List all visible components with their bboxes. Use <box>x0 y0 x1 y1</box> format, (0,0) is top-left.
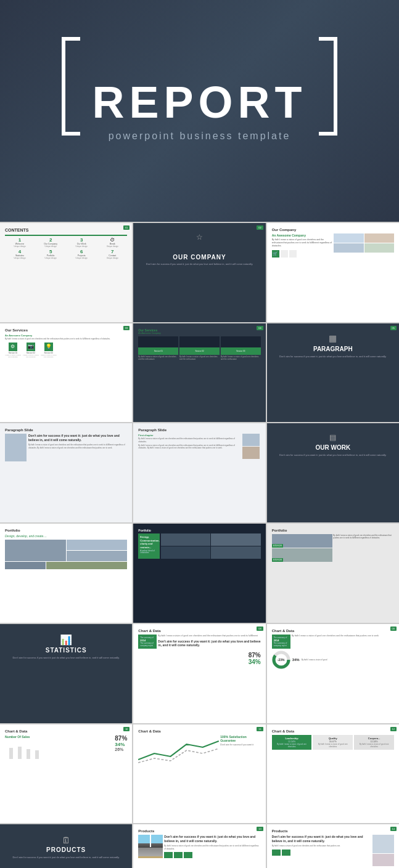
our-work-subtitle: Don't aim for success if you want it: ju… <box>272 453 394 457</box>
slide-products-light-1: 13 Products Don't aim for success if you… <box>133 824 265 868</box>
slide-services-light: 03 Our Services An Awesome Company By fa… <box>0 323 132 423</box>
products-dark-subtitle: Don't aim for success if you want it: ju… <box>5 856 127 859</box>
contents-title: CONTENTS <box>5 228 127 232</box>
contents-item-5: 4 Statistics Unique design <box>5 249 35 259</box>
slide-badge: 10 <box>123 727 130 731</box>
slide-chart-data-2: 09 Chart & Data The summary of 2014 The … <box>267 624 399 723</box>
portfolio-light-tagline: Design, develop, and create.... <box>5 534 127 538</box>
slide-chart-leadership-content: 12 Chart & Data Leadership 12-34% By fai… <box>267 724 399 824</box>
slide-products-dark-content: 🗓 PRODUCTS Don't aim for success if you … <box>0 824 132 868</box>
star-icon: ☆ <box>138 233 260 241</box>
slide-our-company-dark-content: 02 ☆ OUR COMPANY Don't aim for success i… <box>133 223 265 322</box>
products-light-1-quote: Don't aim for success if you want it: ju… <box>164 835 260 843</box>
bracket-left-icon <box>62 37 80 136</box>
slide-products-dark: 🗓 PRODUCTS Don't aim for success if you … <box>0 824 132 868</box>
slide-chart-data-1-content: 08 Chart & Data The summary of 2014 The … <box>133 624 265 723</box>
slide-badge: 03 <box>123 326 130 330</box>
slide-chart-data-2-content: 09 Chart & Data The summary of 2014 The … <box>267 624 399 723</box>
chart-guarantee: 100% Satisfaction Guarantee <box>220 735 260 743</box>
slide-badge: 01 <box>123 225 130 230</box>
slide-contents: 01 CONTENTS 1 Welcome Unique design 2 Ou… <box>0 223 132 322</box>
slide-chart-leadership: 12 Chart & Data Leadership 12-34% By fai… <box>267 724 399 824</box>
slide-chart-line: 11 Chart & Data 100% Satisfaction Guaran… <box>133 724 265 824</box>
products-dark-label: PRODUCTS <box>5 846 127 853</box>
our-company-title: OUR COMPANY <box>138 254 260 261</box>
slide-badge: 13 <box>257 827 263 831</box>
hero-subtitle: powerpoint business template <box>109 131 291 142</box>
slide-our-company-light: Our Company An Awesome Company By faith … <box>267 223 399 322</box>
paragraph-chapter: First chapter <box>138 434 240 437</box>
paragraph-light-1-label: Paragraph Slide <box>5 428 127 432</box>
slide-badge: 04 <box>257 326 263 330</box>
slide-paragraph-light-2: Paragraph Slide First chapter By faith I… <box>133 423 265 522</box>
contents-item-4: ⏱ Break Unique design <box>97 237 127 248</box>
services-light-label: Our Services <box>5 328 127 332</box>
slide-products-light-2: 14 Products Don't aim for success if you… <box>267 824 399 868</box>
contents-item-6: 5 Portfolio Unique design <box>36 249 65 259</box>
slide-portfolio-dark-content: Portfolio INTERIOR INTERIOR By faith I m… <box>267 524 399 623</box>
paragraph-quote-1: Don't aim for success if you want it: ju… <box>28 434 127 442</box>
products-light-2-label: Products <box>272 829 394 833</box>
chart-data-2-label: Chart & Data <box>272 629 394 633</box>
slide-portfolio-green: Portfolio Energy, Communication, clarity… <box>133 524 265 623</box>
statistics-label: STATISTICS <box>5 647 127 654</box>
products-light-2-quote: Don't aim for success if you want it: ju… <box>272 835 371 843</box>
slide-badge: 09 <box>390 627 397 631</box>
portfolio-green-tagline: Energy, Communication, clarity and restr… <box>140 535 158 549</box>
contents-item-7: 6 Projects Unique design <box>67 249 96 259</box>
bracket-right-icon <box>319 37 337 136</box>
our-company-subtitle: Don't aim for success if you want it; ju… <box>138 262 260 266</box>
our-company-light-text: By faith I mean a vision of good one che… <box>272 238 332 248</box>
slide-our-company-light-content: Our Company An Awesome Company By faith … <box>267 223 399 322</box>
paragraph-dark-subtitle: Don't aim for success if you want it; ju… <box>272 355 394 359</box>
slide-paragraph-light-2-content: Paragraph Slide First chapter By faith I… <box>133 423 265 522</box>
our-company-light-label: Our Company <box>272 228 394 232</box>
slide-chart-line-content: 11 Chart & Data 100% Satisfaction Guaran… <box>133 724 265 824</box>
contents-item-3: 3 Our Work Unique design <box>67 237 96 248</box>
slide-grid: 01 CONTENTS 1 Welcome Unique design 2 Ou… <box>0 222 399 868</box>
our-work-label: OUR WORK <box>272 444 394 451</box>
slide-products-light-2-content: 14 Products Don't aim for success if you… <box>267 824 399 868</box>
chart-sales-title: Number Of Sales <box>5 735 112 739</box>
slide-badge: 08 <box>257 627 263 631</box>
hero-section: REPORT powerpoint business template <box>0 0 399 222</box>
slide-badge: 11 <box>257 727 263 731</box>
chart-summary-1: The summary of company report <box>140 642 155 647</box>
slide-portfolio-light: Portfolio Design, develop, and create...… <box>0 524 132 623</box>
slide-badge: 14 <box>390 827 397 831</box>
portfolio-light-label: Portfolio <box>5 529 127 532</box>
slide-our-work-dark: ▤ OUR WORK Don't aim for success if you … <box>267 423 399 522</box>
chart-stat2-2: 34% <box>292 658 300 662</box>
slide-paragraph-dark-content: 05 ▦ PARAGRAPH Don't aim for success if … <box>267 323 399 423</box>
slide-portfolio-dark: Portfolio INTERIOR INTERIOR By faith I m… <box>267 524 399 623</box>
portfolio-green-label: Portfolio <box>138 529 260 532</box>
slide-products-light-1-content: 13 Products Don't aim for success if you… <box>133 824 265 868</box>
paragraph-light-2-label: Paragraph Slide <box>138 428 260 432</box>
statistics-subtitle: Don't aim for success if you want it: ju… <box>5 656 127 660</box>
chart-stat-2: -23% <box>278 658 285 662</box>
chart-leadership-label: Chart & Data <box>272 729 394 733</box>
contents-grid: 1 Welcome Unique design 2 Our Company Un… <box>5 237 127 259</box>
slide-paragraph-light-1: Paragraph Slide Don't aim for success if… <box>0 423 132 522</box>
slide-our-work-dark-content: ▤ OUR WORK Don't aim for success if you … <box>267 423 399 522</box>
slide-our-company-dark: 02 ☆ OUR COMPANY Don't aim for success i… <box>133 223 265 322</box>
slide-services-dark: 04 Our Services An Awesome Company Servi… <box>133 323 265 423</box>
portfolio-dark-label: Portfolio <box>272 529 394 532</box>
contents-item-2: 2 Our Company Unique design <box>36 237 65 248</box>
contents-item-8: 7 Contact Unique design <box>97 249 127 259</box>
chart-data-1-label: Chart & Data <box>138 629 260 633</box>
paragraph-dark-label: PARAGRAPH <box>272 346 394 352</box>
hero-title: REPORT <box>92 80 306 124</box>
chart-summary-2: The summary of company report <box>274 642 289 647</box>
products-light-1-label: Products <box>138 829 260 833</box>
slide-services-dark-content: 04 Our Services An Awesome Company Servi… <box>133 323 265 423</box>
slide-portfolio-green-content: Portfolio Energy, Communication, clarity… <box>133 524 265 623</box>
chart-sales-label: Chart & Data <box>5 729 127 733</box>
slide-badge: 12 <box>390 727 397 731</box>
slide-chart-data-1: 08 Chart & Data The summary of 2014 The … <box>133 624 265 723</box>
slide-statistics-content: 📊 STATISTICS Don't aim for success if yo… <box>0 624 132 723</box>
slide-portfolio-light-content: Portfolio Design, develop, and create...… <box>0 524 132 623</box>
slide-statistics: 📊 STATISTICS Don't aim for success if yo… <box>0 624 132 723</box>
slide-chart-sales-content: 10 Chart & Data Number Of Sales <box>0 724 132 824</box>
contents-item-1: 1 Welcome Unique design <box>5 237 35 248</box>
